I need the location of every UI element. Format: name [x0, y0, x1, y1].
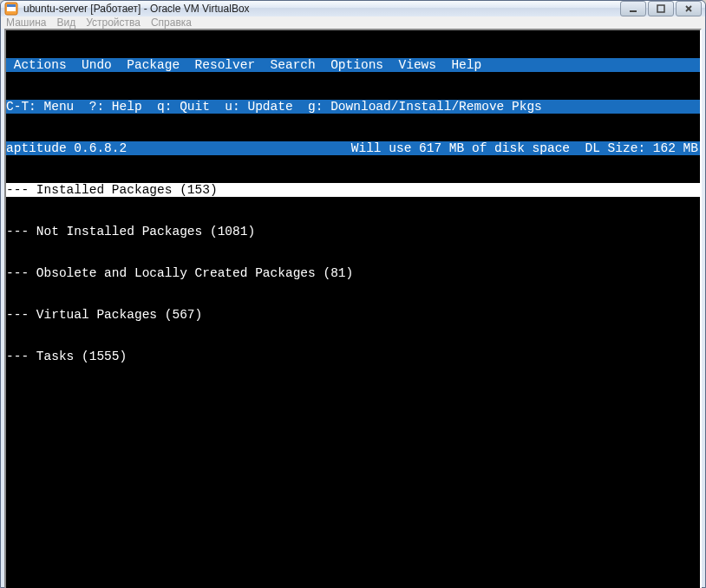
menu-machine[interactable]: Машина: [6, 16, 46, 29]
blank-line: [6, 391, 700, 405]
vm-window: ubuntu-server [Работает] - Oracle VM Vir…: [0, 0, 706, 588]
minimize-button[interactable]: [620, 1, 646, 16]
close-button[interactable]: [676, 1, 702, 16]
aptitude-menu-row: Actions Undo Package Resolver Search Opt…: [6, 58, 700, 72]
window-controls: [620, 1, 702, 16]
menu-devices[interactable]: Устройства: [86, 16, 141, 29]
svg-rect-4: [657, 5, 664, 12]
svg-rect-3: [630, 10, 637, 12]
menu-view[interactable]: Вид: [56, 16, 75, 29]
group-obsolete[interactable]: --- Obsolete and Locally Created Package…: [6, 266, 700, 280]
group-not-installed[interactable]: --- Not Installed Packages (1081): [6, 225, 700, 238]
app-icon: [4, 2, 18, 16]
group-tasks[interactable]: --- Tasks (1555): [6, 350, 700, 363]
aptitude-help-row: C-T: Menu ?: Help q: Quit u: Update g: D…: [6, 100, 700, 114]
maximize-button[interactable]: [648, 1, 674, 16]
host-menubar: Машина Вид Устройства Справка: [1, 16, 705, 29]
group-virtual[interactable]: --- Virtual Packages (567): [6, 308, 700, 322]
aptitude-status-row: aptitude 0.6.8.2Will use 617 MB of disk …: [6, 141, 700, 155]
aptitude-version: aptitude 0.6.8.2: [6, 141, 127, 155]
window-title: ubuntu-server [Работает] - Oracle VM Vir…: [23, 3, 620, 15]
titlebar[interactable]: ubuntu-server [Работает] - Oracle VM Vir…: [1, 1, 705, 16]
guest-terminal[interactable]: Actions Undo Package Resolver Search Opt…: [4, 29, 702, 588]
menu-help[interactable]: Справка: [151, 16, 192, 29]
group-installed[interactable]: --- Installed Packages (153): [6, 183, 700, 197]
svg-rect-2: [7, 4, 16, 7]
aptitude-disk-summary: Will use 617 MB of disk space DL Size: 1…: [127, 141, 700, 155]
